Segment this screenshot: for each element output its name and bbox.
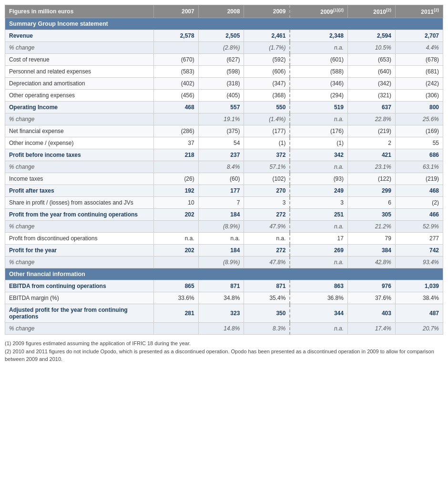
row-value: 21.2% — [347, 221, 395, 233]
section-header-row: Other financial information — [5, 268, 443, 280]
table-row: Net financial expense(286)(375)(177)(176… — [5, 125, 443, 137]
row-value: 742 — [395, 245, 443, 257]
row-label: Profit from the year from continuing ope… — [5, 209, 154, 221]
row-value: (598) — [198, 66, 244, 78]
row-label: Profit for the year — [5, 245, 154, 257]
row-label: Income taxes — [5, 173, 154, 185]
row-value: (102) — [244, 173, 290, 185]
footnote-2: (2) 2010 and 2011 figures do not include… — [5, 348, 443, 363]
row-label: % change — [5, 221, 154, 233]
row-label: Profit from discontinued operations — [5, 233, 154, 245]
row-value: 202 — [154, 209, 198, 221]
header-col-2009: 2009 — [244, 5, 290, 18]
row-value: 14.8% — [198, 323, 244, 335]
table-row: Adjusted profit for the year from contin… — [5, 304, 443, 323]
row-value: (8.9%) — [198, 257, 244, 268]
row-value: (169) — [395, 125, 443, 137]
row-value: (402) — [154, 78, 198, 90]
row-label: Other income / (expense) — [5, 137, 154, 149]
table-row: % change(8.9%)47.8%n.a.42.8%93.4% — [5, 257, 443, 268]
row-value: 37 — [154, 137, 198, 149]
row-value: (93) — [290, 173, 347, 185]
row-value: 2,594 — [347, 30, 395, 42]
row-value: 63.1% — [395, 161, 443, 173]
row-value: (294) — [290, 90, 347, 102]
header-col-label: Figures in million euros — [5, 5, 154, 18]
header-col-2011: 2011(2) — [395, 5, 443, 18]
row-value: (1.4%) — [244, 113, 290, 125]
row-value: 17 — [290, 233, 347, 245]
row-value: (176) — [290, 125, 347, 137]
row-value: 3 — [244, 197, 290, 209]
row-value: (318) — [198, 78, 244, 90]
row-value: (286) — [154, 125, 198, 137]
table-row: Depreciation and amortisation(402)(318)(… — [5, 78, 443, 90]
section-header-row: Summary Group Income statement — [5, 18, 443, 30]
row-label: EBITDA margin (%) — [5, 292, 154, 304]
row-value: 403 — [347, 304, 395, 323]
row-value: 487 — [395, 304, 443, 323]
table-row: EBITDA from continuing operations8658718… — [5, 280, 443, 292]
row-value: (2.8%) — [198, 42, 244, 54]
row-value: (653) — [347, 54, 395, 66]
row-value: 35.4% — [244, 292, 290, 304]
row-value: (681) — [395, 66, 443, 78]
row-value: 184 — [198, 209, 244, 221]
row-label: % change — [5, 257, 154, 268]
row-label: Profit after taxes — [5, 185, 154, 197]
financial-table: Figures in million euros 2007 2008 2009 … — [5, 5, 443, 335]
row-value: (60) — [198, 173, 244, 185]
row-value: (583) — [154, 66, 198, 78]
row-value: 344 — [290, 304, 347, 323]
row-value: (26) — [154, 173, 198, 185]
row-value: 218 — [154, 149, 198, 161]
row-value: n.a. — [154, 233, 198, 245]
row-label: Net financial expense — [5, 125, 154, 137]
row-value: 800 — [395, 102, 443, 113]
row-label: Profit before income taxes — [5, 149, 154, 161]
row-value: 976 — [347, 280, 395, 292]
footnote-1: (1) 2009 figures estimated assuming the … — [5, 339, 443, 348]
row-value: 871 — [198, 280, 244, 292]
row-value: 36.8% — [290, 292, 347, 304]
row-value: (627) — [198, 54, 244, 66]
row-label: Adjusted profit for the year from contin… — [5, 304, 154, 323]
row-label: Personnel and related expenses — [5, 66, 154, 78]
row-label: Share in profit / (losses) from associat… — [5, 197, 154, 209]
row-value: 47.9% — [244, 221, 290, 233]
footnotes: (1) 2009 figures estimated assuming the … — [5, 339, 443, 363]
row-value: 55 — [395, 137, 443, 149]
row-value: (1.7%) — [244, 42, 290, 54]
row-value: 54 — [198, 137, 244, 149]
row-value: 52.9% — [395, 221, 443, 233]
row-value: 2 — [347, 137, 395, 149]
row-value: 8.3% — [244, 323, 290, 335]
row-value: 871 — [244, 280, 290, 292]
row-label: Other operating expenses — [5, 90, 154, 102]
row-value: 1,039 — [395, 280, 443, 292]
row-value: (321) — [347, 90, 395, 102]
row-value: 10 — [154, 197, 198, 209]
row-value: 7 — [198, 197, 244, 209]
row-value: 468 — [154, 102, 198, 113]
row-value: 184 — [198, 245, 244, 257]
row-value: 19.1% — [198, 113, 244, 125]
row-value: 192 — [154, 185, 198, 197]
row-value: 270 — [244, 185, 290, 197]
row-value: n.a. — [290, 257, 347, 268]
row-value — [154, 257, 198, 268]
row-value: 323 — [198, 304, 244, 323]
row-value: (177) — [244, 125, 290, 137]
row-value: (1) — [290, 137, 347, 149]
row-value: (375) — [198, 125, 244, 137]
row-value: 2,348 — [290, 30, 347, 42]
row-value: 305 — [347, 209, 395, 221]
row-label: Cost of revenue — [5, 54, 154, 66]
table-row: Share in profit / (losses) from associat… — [5, 197, 443, 209]
table-row: % change(2.8%)(1.7%)n.a.10.5%4.4% — [5, 42, 443, 54]
row-value: 468 — [395, 185, 443, 197]
row-value: 277 — [395, 233, 443, 245]
table-row: Income taxes(26)(60)(102)(93)(122)(219) — [5, 173, 443, 185]
table-row: Other income / (expense)3754(1)(1)255 — [5, 137, 443, 149]
row-label: % change — [5, 42, 154, 54]
